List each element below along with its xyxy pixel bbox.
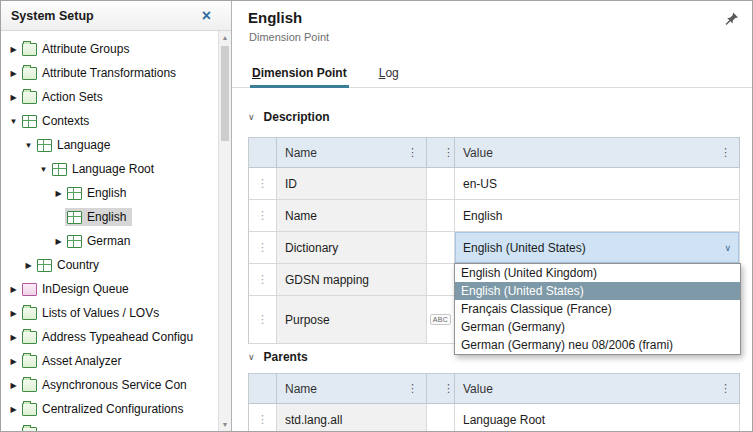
- collapse-arrow-icon[interactable]: ▼: [22, 141, 35, 150]
- abc-text-type-icon: ABC: [430, 314, 452, 325]
- expand-arrow-icon[interactable]: ▶: [7, 45, 20, 54]
- close-icon[interactable]: ×: [202, 8, 211, 24]
- tree-scrollbar[interactable]: ▲ ▼: [218, 31, 231, 431]
- panel-header: System Setup ×: [1, 1, 231, 31]
- row-drag-handle[interactable]: ⋮: [249, 232, 277, 264]
- tree-item-attribute-transformations[interactable]: ▶ Attribute Transformations: [1, 61, 218, 85]
- row-drag-handle[interactable]: ⋮: [249, 168, 277, 200]
- panel-title: System Setup: [11, 9, 202, 23]
- combo-arrow-icon[interactable]: ∨: [724, 243, 731, 253]
- chevron-down-icon[interactable]: ∨: [248, 112, 255, 122]
- tab-bar: Dimension Point Log: [232, 61, 752, 88]
- column-header-type: ⋮: [427, 138, 455, 168]
- expand-arrow-icon[interactable]: ▶: [52, 237, 65, 246]
- attribute-type-cell: [427, 200, 455, 232]
- scrollbar-thumb[interactable]: [221, 46, 229, 141]
- column-header-name: Name ⋮: [277, 374, 427, 404]
- tab-log[interactable]: Log: [377, 61, 401, 88]
- expand-arrow-icon[interactable]: ▶: [7, 429, 20, 432]
- row-drag-handle[interactable]: ⋮: [249, 296, 277, 344]
- expand-arrow-icon[interactable]: ▶: [7, 93, 20, 102]
- column-menu-icon[interactable]: ⋮: [720, 382, 731, 395]
- table-icon: [67, 187, 82, 200]
- row-drag-handle[interactable]: ⋮: [249, 404, 277, 432]
- tree-item-asset-analyzer[interactable]: ▶ Asset Analyzer: [1, 349, 218, 373]
- column-menu-icon[interactable]: ⋮: [407, 382, 418, 395]
- dropdown-option[interactable]: English (United Kingdom): [455, 264, 740, 282]
- tree-item-address-typeahead[interactable]: ▶ Address Typeahead Configu: [1, 325, 218, 349]
- folder-icon: [22, 43, 37, 56]
- tree-item-english-1[interactable]: ▶ English: [1, 181, 218, 205]
- system-setup-window: System Setup × ▶ Attribute Groups ▶ Attr…: [0, 0, 753, 432]
- tree-item-partial[interactable]: ▶: [1, 421, 218, 431]
- attribute-name-cell: GDSN mapping: [277, 264, 427, 296]
- attribute-value-cell[interactable]: English: [455, 200, 740, 232]
- parent-type-cell: [427, 404, 455, 432]
- collapse-arrow-icon[interactable]: ▼: [7, 117, 20, 126]
- column-header-type: ⋮: [427, 374, 455, 404]
- expand-arrow-icon[interactable]: ▶: [7, 285, 20, 294]
- attribute-type-cell: ABC: [427, 296, 455, 344]
- column-menu-icon[interactable]: ⋮: [720, 146, 731, 159]
- parents-section: ∨ Parents Name ⋮ ⋮ Value ⋮ ⋮ std.lang.al…: [248, 347, 740, 432]
- column-menu-icon[interactable]: ⋮: [443, 382, 454, 395]
- parents-table: Name ⋮ ⋮ Value ⋮ ⋮ std.lang.all Language…: [248, 373, 740, 432]
- tree-item-english-selected[interactable]: English: [1, 205, 218, 229]
- tree-item-language-root[interactable]: ▼ Language Root: [1, 157, 218, 181]
- dropdown-option-selected[interactable]: English (United States): [455, 282, 740, 300]
- column-header-name: Name ⋮: [277, 138, 427, 168]
- tree-item-attribute-groups[interactable]: ▶ Attribute Groups: [1, 37, 218, 61]
- page-subtitle: Dimension Point: [249, 31, 329, 43]
- dropdown-option[interactable]: German (Germany) neu 08/2006 (frami): [455, 336, 740, 354]
- attribute-name-cell: ID: [277, 168, 427, 200]
- dropdown-option[interactable]: Français Classique (France): [455, 300, 740, 318]
- expand-arrow-icon[interactable]: ▶: [7, 357, 20, 366]
- tab-dimension-point[interactable]: Dimension Point: [250, 61, 349, 88]
- tree-item-centralized-configurations[interactable]: ▶ Centralized Configurations: [1, 397, 218, 421]
- tree-item-lists-of-values[interactable]: ▶ Lists of Values / LOVs: [1, 301, 218, 325]
- expand-arrow-icon[interactable]: ▶: [7, 405, 20, 414]
- scroll-down-icon[interactable]: ▼: [222, 421, 229, 428]
- folder-icon: [22, 379, 37, 392]
- table-icon: [37, 139, 52, 152]
- chevron-down-icon[interactable]: ∨: [248, 352, 255, 362]
- expand-arrow-icon[interactable]: ▶: [7, 309, 20, 318]
- folder-icon: [22, 331, 37, 344]
- tree-item-asynchronous-service[interactable]: ▶ Asynchronous Service Con: [1, 373, 218, 397]
- pin-icon[interactable]: [724, 11, 740, 27]
- parent-value-cell[interactable]: Language Root: [455, 404, 740, 432]
- selected-tree-item[interactable]: English: [65, 208, 132, 226]
- setup-tree: ▶ Attribute Groups ▶ Attribute Transform…: [1, 31, 218, 431]
- dictionary-dropdown-list: English (United Kingdom) English (United…: [454, 263, 741, 355]
- tree-item-contexts[interactable]: ▼ Contexts: [1, 109, 218, 133]
- tree-item-country[interactable]: ▶ Country: [1, 253, 218, 277]
- tree-item-indesign-queue[interactable]: ▶ InDesign Queue: [1, 277, 218, 301]
- page-title: English: [248, 9, 302, 26]
- attribute-name-cell: Purpose: [277, 296, 427, 344]
- header-handle-cell: [249, 138, 277, 168]
- dropdown-option[interactable]: German (Germany): [455, 318, 740, 336]
- column-menu-icon[interactable]: ⋮: [443, 146, 454, 159]
- row-drag-handle[interactable]: ⋮: [249, 200, 277, 232]
- tree-item-action-sets[interactable]: ▶ Action Sets: [1, 85, 218, 109]
- expand-arrow-icon[interactable]: ▶: [7, 381, 20, 390]
- expand-arrow-icon[interactable]: ▶: [22, 261, 35, 270]
- scroll-up-icon[interactable]: ▲: [222, 34, 229, 41]
- header-handle-cell: [249, 374, 277, 404]
- description-header[interactable]: ∨ Description: [248, 107, 740, 127]
- table-icon: [52, 163, 67, 176]
- row-drag-handle[interactable]: ⋮: [249, 264, 277, 296]
- column-header-value: Value ⋮: [455, 374, 740, 404]
- expand-arrow-icon[interactable]: ▶: [52, 189, 65, 198]
- table-icon: [67, 235, 82, 248]
- expand-arrow-icon[interactable]: ▶: [7, 69, 20, 78]
- tree-item-language[interactable]: ▼ Language: [1, 133, 218, 157]
- tree-item-german[interactable]: ▶ German: [1, 229, 218, 253]
- attribute-value-cell[interactable]: en-US: [455, 168, 740, 200]
- expand-arrow-icon[interactable]: ▶: [7, 333, 20, 342]
- column-menu-icon[interactable]: ⋮: [407, 146, 418, 159]
- collapse-arrow-icon[interactable]: ▼: [37, 165, 50, 174]
- dictionary-combobox[interactable]: English (United States) ∨: [455, 232, 740, 264]
- attribute-name-cell: Dictionary: [277, 232, 427, 264]
- column-header-value: Value ⋮: [455, 138, 740, 168]
